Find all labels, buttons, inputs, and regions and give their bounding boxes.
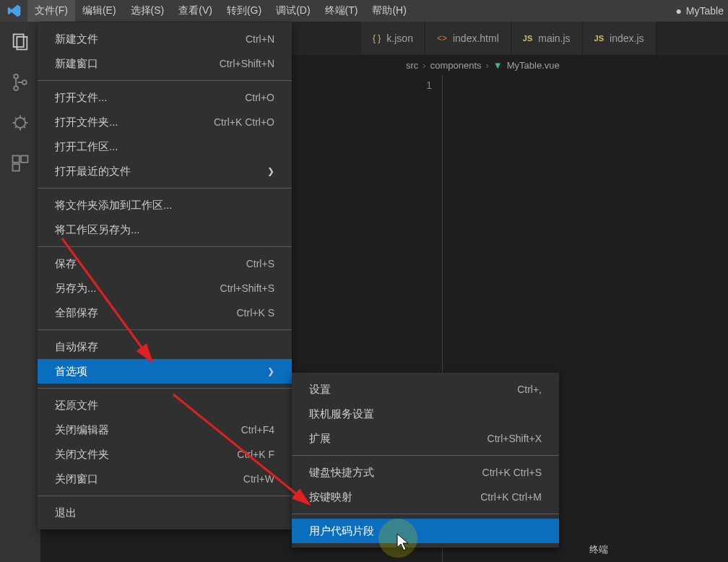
activity-bar [0,22,40,562]
vscode-logo-icon [6,2,23,20]
tab-label: index.html [453,33,499,44]
title-filename: ● MyTable [675,5,728,17]
tab-json[interactable]: { } k.json [361,22,425,55]
svg-point-3 [14,86,18,90]
svg-rect-8 [13,164,20,170]
preferences-submenu: 设置Ctrl+, 联机服务设置 扩展Ctrl+Shift+X 键盘快捷方式Ctr… [292,373,559,548]
menuitem-settings[interactable]: 设置Ctrl+, [292,377,559,402]
debug-icon[interactable] [10,113,30,133]
menubar: 文件(F) 编辑(E) 选择(S) 查看(V) 转到(G) 调试(D) 终端(T… [27,0,414,22]
menu-separator [38,246,292,247]
menuitem-open-folder[interactable]: 打开文件夹...Ctrl+K Ctrl+O [38,110,292,134]
menu-view[interactable]: 查看(V) [171,0,220,22]
menuitem-close-window[interactable]: 关闭窗口Ctrl+W [38,467,292,491]
menu-debug[interactable]: 调试(D) [269,0,317,22]
menuitem-new-window[interactable]: 新建窗口Ctrl+Shift+N [38,51,292,76]
terminal-panel-label[interactable]: 终端 [589,543,608,556]
chevron-right-icon: ❯ [267,166,274,176]
menu-edit[interactable]: 编辑(E) [75,0,124,22]
menu-separator [292,514,559,514]
vue-icon: ▼ [493,60,503,71]
menu-separator [38,329,292,330]
tab-label: main.js [538,33,570,44]
breadcrumb-src[interactable]: src [406,60,418,71]
chevron-right-icon: › [486,60,489,71]
menu-separator [38,496,292,496]
menuitem-save-workspace-as[interactable]: 将工作区另存为... [38,217,292,242]
breadcrumb-file[interactable]: MyTable.vue [507,60,560,71]
svg-point-2 [14,74,18,79]
menu-separator [292,455,559,456]
menuitem-open-file[interactable]: 打开文件...Ctrl+O [38,85,292,110]
menuitem-keyboard-shortcuts[interactable]: 键盘快捷方式Ctrl+K Ctrl+S [292,460,559,485]
tab-indexjs[interactable]: JS index.js [583,22,656,55]
menuitem-save-all[interactable]: 全部保存Ctrl+K S [38,301,292,325]
menu-go[interactable]: 转到(G) [220,0,269,22]
svg-rect-7 [21,156,27,163]
tab-mainjs[interactable]: JS main.js [511,22,583,55]
explorer-icon[interactable] [10,32,30,52]
menuitem-new-file[interactable]: 新建文件Ctrl+N [38,27,292,51]
menuitem-keymaps[interactable]: 按键映射Ctrl+K Ctrl+M [292,485,559,509]
js-icon: JS [523,34,532,43]
breadcrumb-components[interactable]: components [430,60,482,71]
titlebar: 文件(F) 编辑(E) 选择(S) 查看(V) 转到(G) 调试(D) 终端(T… [0,0,728,22]
svg-point-4 [22,80,27,85]
tab-label: k.json [386,33,413,44]
menu-separator [38,80,292,81]
menuitem-user-snippets[interactable]: 用户代码片段 [292,519,559,543]
extensions-icon[interactable] [10,153,30,173]
menuitem-close-folder[interactable]: 关闭文件夹Ctrl+K F [38,442,292,467]
json-icon: { } [373,33,381,43]
menuitem-open-recent[interactable]: 打开最近的文件❯ [38,159,292,183]
menuitem-add-folder[interactable]: 将文件夹添加到工作区... [38,193,292,217]
menuitem-autosave[interactable]: 自动保存 [38,334,292,359]
menuitem-save-as[interactable]: 另存为...Ctrl+Shift+S [38,276,292,301]
modified-dot-icon: ● [675,5,681,17]
menu-terminal[interactable]: 终端(T) [318,0,365,22]
menu-file[interactable]: 文件(F) [27,0,75,22]
menuitem-exit[interactable]: 退出 [38,501,292,525]
menu-help[interactable]: 帮助(H) [365,0,413,22]
menu-separator [38,388,292,389]
menuitem-preferences[interactable]: 首选项❯ [38,359,292,384]
menuitem-close-editor[interactable]: 关闭编辑器Ctrl+F4 [38,418,292,442]
menuitem-online-settings[interactable]: 联机服务设置 [292,402,559,426]
tab-label: index.js [610,33,644,44]
chevron-right-icon: › [422,60,425,71]
menu-separator [38,188,292,189]
menuitem-open-workspace[interactable]: 打开工作区... [38,134,292,159]
chevron-right-icon: ❯ [267,366,274,376]
source-control-icon[interactable] [10,72,30,92]
title-text: MyTable [686,5,724,17]
menuitem-save[interactable]: 保存Ctrl+S [38,251,292,276]
menuitem-extensions[interactable]: 扩展Ctrl+Shift+X [292,426,559,451]
svg-rect-6 [13,156,20,163]
menu-select[interactable]: 选择(S) [124,0,172,22]
tab-indexhtml[interactable]: <> index.html [425,22,511,55]
js-icon: JS [594,34,604,43]
file-menu-dropdown: 新建文件Ctrl+N 新建窗口Ctrl+Shift+N 打开文件...Ctrl+… [38,22,292,529]
html-icon: <> [437,33,447,43]
menuitem-revert[interactable]: 还原文件 [38,393,292,418]
